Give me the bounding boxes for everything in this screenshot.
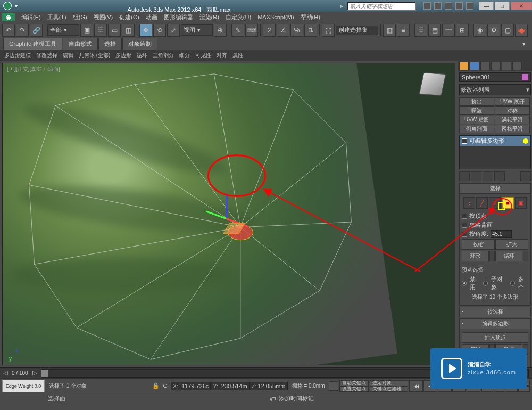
app-menu-icon[interactable]: ◉: [2, 13, 15, 21]
subobj-vertex[interactable]: ⋮: [463, 197, 475, 209]
select-region-button[interactable]: ▭: [108, 24, 121, 37]
ribbon-expand-icon[interactable]: ▾: [519, 40, 529, 47]
create-tab[interactable]: [459, 62, 469, 70]
shrink-button[interactable]: 收缩: [462, 239, 495, 250]
set-key-button[interactable]: 设置关键点: [339, 386, 369, 392]
snap-angle-button[interactable]: ∠: [277, 24, 289, 37]
subobj-edge[interactable]: ╱: [476, 197, 488, 209]
maximize-button[interactable]: □: [495, 2, 510, 10]
utilities-tab[interactable]: [512, 62, 522, 70]
stack-show-button[interactable]: [471, 171, 481, 181]
mod-btn-turbosmooth[interactable]: 涡轮平滑: [495, 116, 530, 124]
viewport-label[interactable]: [ + ][正交][真实 + 边面]: [7, 65, 60, 73]
link-button[interactable]: 🔗: [30, 24, 43, 37]
help-icon[interactable]: [466, 2, 473, 10]
graphite-button[interactable]: ▤: [428, 24, 441, 37]
favorites-icon[interactable]: [455, 2, 463, 10]
sub-align[interactable]: 对齐: [214, 51, 229, 60]
mod-btn-uvwmap[interactable]: UVW 贴图: [459, 116, 494, 124]
layer-button[interactable]: ☰: [414, 24, 427, 37]
render-button[interactable]: 🫖: [515, 24, 528, 37]
sub-visibility[interactable]: 可见性: [193, 51, 213, 60]
angle-spinner[interactable]: [491, 230, 512, 238]
by-angle-checkbox[interactable]: [462, 232, 467, 237]
soft-rollout-header[interactable]: 软选择: [460, 307, 530, 317]
edit-poly-header[interactable]: 编辑多边形: [460, 319, 530, 329]
align-button[interactable]: ≡: [397, 24, 410, 37]
loop-spinner[interactable]: [523, 251, 528, 261]
menu-views[interactable]: 视图(V): [90, 12, 117, 22]
sub-props[interactable]: 属性: [230, 51, 245, 60]
spinner-snap-button[interactable]: ⇅: [304, 24, 317, 37]
manipulate-button[interactable]: ✎: [231, 24, 244, 37]
loop-button[interactable]: 循环: [495, 251, 522, 261]
infocenter-icon[interactable]: [423, 2, 431, 10]
stack-remove-button[interactable]: [494, 171, 505, 181]
redo-button[interactable]: ↷: [16, 24, 29, 37]
select-name-button[interactable]: ☰: [94, 24, 107, 37]
menu-group[interactable]: 组(G): [70, 12, 90, 22]
preview-off-radio[interactable]: [462, 281, 467, 286]
sub-edit[interactable]: 编辑: [61, 51, 76, 60]
selected-dropdown[interactable]: 选定对象: [370, 380, 408, 386]
timeline-prev-icon[interactable]: ◁: [3, 370, 7, 376]
modify-tab[interactable]: [470, 62, 479, 70]
mod-btn-bevelprofile[interactable]: 倒角剖面: [459, 125, 494, 133]
menu-maxscript[interactable]: MAXScript(M): [254, 13, 297, 21]
close-button[interactable]: ✕: [511, 2, 532, 10]
stack-pin-button[interactable]: [459, 171, 470, 181]
preview-multi-radio[interactable]: [510, 281, 515, 286]
menu-help[interactable]: 帮助(H): [297, 12, 323, 22]
by-vertex-checkbox[interactable]: [462, 214, 467, 219]
ring-spinner[interactable]: [489, 251, 495, 261]
help-search-input[interactable]: [347, 2, 416, 11]
preview-subobj-radio[interactable]: [483, 281, 488, 286]
auto-key-button[interactable]: 自动关键点: [339, 380, 369, 386]
sub-poly-model[interactable]: 多边形建模: [2, 51, 33, 60]
mirror-button[interactable]: ▥: [383, 24, 396, 37]
display-tab[interactable]: [502, 62, 511, 70]
object-color-swatch[interactable]: [522, 74, 528, 80]
mod-btn-symmetry[interactable]: 对称: [495, 106, 530, 115]
exchange-icon[interactable]: [445, 2, 452, 10]
grow-button[interactable]: 扩大: [495, 239, 528, 250]
viewport[interactable]: [ + ][正交][真实 + 边面] xyz: [2, 63, 455, 365]
mod-btn-noise[interactable]: 噪波: [459, 106, 494, 115]
ring-button[interactable]: 环形: [462, 251, 489, 261]
snap-percent-button[interactable]: %: [290, 24, 303, 37]
scale-button[interactable]: ⤢: [167, 24, 180, 37]
selection-filter[interactable]: 全部▾: [47, 24, 79, 36]
isolate-button[interactable]: [329, 381, 338, 391]
stack-config-button[interactable]: [520, 171, 531, 181]
ignore-back-checkbox[interactable]: [462, 223, 467, 228]
sub-loop[interactable]: 循环: [135, 51, 149, 60]
ref-coord-dropdown[interactable]: 视图▾: [181, 24, 213, 36]
stack-unique-button[interactable]: [483, 171, 493, 181]
goto-start-button[interactable]: ⏮: [409, 380, 423, 392]
curve-editor-button[interactable]: 〰: [442, 24, 455, 37]
keyboard-button[interactable]: ⌨: [245, 24, 258, 37]
sub-geometry[interactable]: 几何体 (全部): [77, 51, 112, 60]
selection-rollout-header[interactable]: 选择: [460, 184, 530, 194]
insert-vertex-button[interactable]: 插入顶点: [462, 332, 528, 343]
named-selection-set[interactable]: [336, 26, 378, 35]
subobj-element[interactable]: ▣: [515, 197, 527, 209]
mod-btn-uvwunwrap[interactable]: UVW 展开: [495, 97, 530, 106]
snap-2d-button[interactable]: 2: [263, 24, 276, 37]
graphite-tab-selection[interactable]: 选择: [98, 38, 122, 50]
sub-subdiv[interactable]: 细分: [177, 51, 192, 60]
motion-tab[interactable]: [491, 62, 501, 70]
rotate-button[interactable]: ⟲: [153, 24, 166, 37]
graphite-tab-modeling[interactable]: Graphite 建模工具: [3, 38, 62, 50]
key-filter-button[interactable]: 关键点过滤器...: [370, 386, 408, 392]
render-frame-button[interactable]: ▢: [501, 24, 514, 37]
schematic-button[interactable]: ⊞: [456, 24, 469, 37]
add-time-marker[interactable]: 添加时间标记: [279, 395, 314, 403]
timeline-slider[interactable]: [41, 370, 48, 377]
material-editor-button[interactable]: ◉: [473, 24, 486, 37]
menu-edit[interactable]: 编辑(E): [18, 12, 44, 22]
sub-modify-sel[interactable]: 修改选择: [34, 51, 60, 60]
menu-tools[interactable]: 工具(T): [44, 12, 70, 22]
subscription-icon[interactable]: [434, 2, 442, 10]
window-crossing-button[interactable]: ◫: [122, 24, 135, 37]
